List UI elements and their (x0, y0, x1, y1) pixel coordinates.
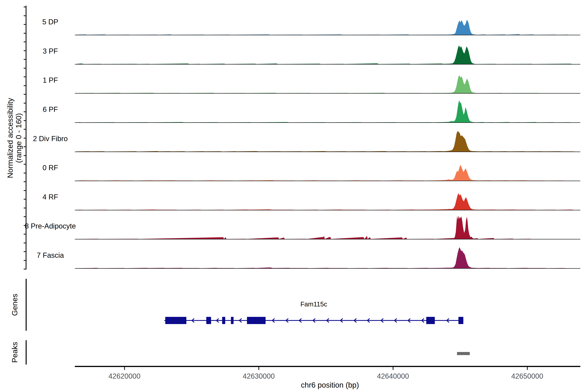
y-axis-tick (24, 146, 26, 147)
y-axis-tick (24, 216, 26, 217)
y-axis-tick (24, 103, 26, 104)
y-axis-tick (24, 269, 26, 270)
x-axis-tick (258, 367, 259, 370)
x-axis-tick-label: 42640000 (377, 372, 409, 380)
track-baseline (75, 93, 580, 94)
gene-exon (206, 317, 211, 324)
track-baseline (75, 239, 580, 240)
y-axis-title-line2: (range 0 - 160) (14, 113, 23, 163)
gene-exon (231, 317, 234, 324)
x-axis-tick-label: 42620000 (108, 372, 140, 380)
track-baseline (75, 210, 580, 210)
track-label: 8 Pre-Adipocyte (24, 222, 76, 230)
y-axis-tick (24, 173, 26, 174)
gene-name-label: Fam115c (300, 300, 327, 308)
y-axis-tick (24, 242, 26, 243)
y-axis-tick (24, 208, 26, 208)
y-axis-tick (24, 85, 26, 86)
track-area-svg (76, 155, 580, 181)
y-axis-tick (24, 42, 26, 42)
gene-exon (426, 317, 435, 324)
track-area-svg (76, 214, 580, 239)
track-area-svg (76, 243, 580, 268)
y-axis-tick (24, 155, 26, 156)
coverage-plot: Normalized accessibility (range 0 - 160)… (0, 0, 588, 392)
track-area-svg (76, 68, 580, 93)
x-axis-tick (124, 367, 125, 370)
x-axis-tick-label: 42630000 (243, 372, 275, 380)
track-baseline (75, 181, 580, 181)
track-label: 1 PF (24, 76, 76, 84)
y-axis-tick (24, 120, 26, 121)
track-label: 7 Fascia (24, 251, 76, 259)
gene-exon (247, 317, 266, 324)
track-baseline (75, 152, 580, 152)
track-label: 2 Div Fibro (24, 134, 76, 143)
peak-region-box (457, 352, 470, 355)
y-axis-tick (24, 59, 26, 60)
y-axis-title-line1: Normalized accessibility (6, 98, 14, 178)
gene-exon (165, 317, 186, 324)
track-area-svg (76, 184, 580, 210)
x-axis-line (75, 366, 580, 367)
peaks-axis-bar (26, 340, 26, 364)
y-axis-tick (24, 33, 26, 34)
gene-model-svg (76, 314, 580, 327)
y-axis-tick (24, 234, 26, 234)
x-axis-tick (393, 367, 394, 370)
track-label: 5 DP (24, 18, 76, 26)
x-axis-tick-label: 42650000 (511, 372, 543, 380)
track-area-svg (76, 39, 580, 64)
track-baseline (75, 268, 580, 269)
track-baseline (75, 64, 580, 64)
y-axis-tick (24, 129, 26, 130)
peaks-track-label: Peaks (10, 342, 19, 363)
y-axis-tick (24, 190, 26, 191)
y-axis-tick (24, 15, 26, 16)
track-baseline (75, 35, 580, 35)
y-axis-tick (24, 260, 26, 261)
track-label: 3 PF (24, 47, 76, 55)
track-area-svg (76, 10, 580, 35)
x-axis-title: chr6 position (bp) (301, 380, 359, 390)
y-axis-tick (24, 181, 26, 182)
genes-axis-bar (26, 279, 26, 331)
track-label: 0 RF (24, 164, 76, 172)
gene-exon (222, 317, 225, 324)
genes-track-label: Genes (10, 294, 19, 316)
gene-exon (458, 317, 464, 324)
track-label: 4 RF (24, 193, 76, 201)
track-area-svg (76, 97, 580, 122)
y-axis-tick (24, 68, 26, 68)
track-area-svg (76, 126, 580, 152)
y-axis-tick (24, 6, 26, 7)
track-baseline (75, 122, 580, 123)
y-axis-tick (24, 94, 26, 95)
track-label: 6 PF (24, 105, 76, 114)
x-axis-tick (527, 367, 528, 370)
